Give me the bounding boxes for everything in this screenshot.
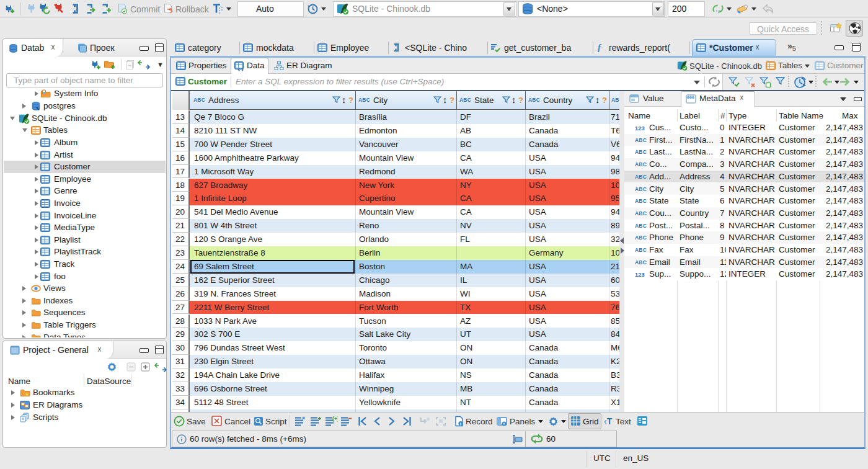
- svg-text:i: i: [460, 421, 461, 427]
- svg-text:(+): (+): [332, 416, 338, 422]
- svg-text:f: f: [598, 42, 602, 52]
